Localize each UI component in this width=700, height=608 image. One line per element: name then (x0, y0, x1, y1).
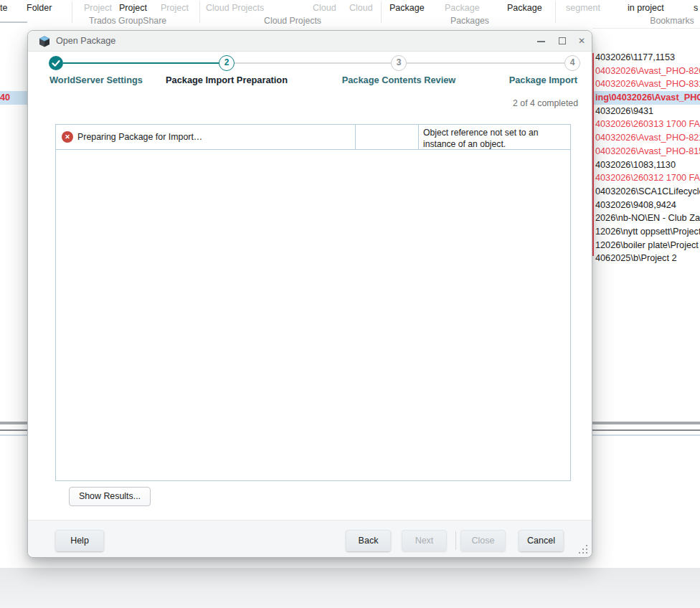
list-item[interactable]: 4062025\b\Project 2 (592, 252, 700, 265)
bottom-panel (0, 568, 700, 608)
ribbon-separator (555, 1, 556, 23)
error-message: Object reference not set to an instance … (423, 127, 568, 150)
step-4-label: Package Import (509, 75, 577, 85)
list-item[interactable]: 4032026\1177,1153 (592, 51, 700, 65)
ribbon-button-project-1: Project (84, 3, 112, 14)
list-item[interactable]: 04032026\Avast_PHO-8155_m (592, 145, 700, 158)
minimize-icon (537, 41, 545, 42)
close-button[interactable]: ✕ (572, 31, 592, 52)
splitter-line[interactable] (0, 422, 27, 424)
ribbon-separator (72, 1, 72, 23)
ribbon-button-create[interactable]: te (0, 3, 7, 14)
check-icon (49, 56, 63, 70)
step-4-marker: 4 (564, 55, 580, 71)
ribbon-group-bookmarks: Bookmarks (650, 16, 694, 26)
close-icon: ✕ (572, 31, 592, 52)
task-row[interactable]: ✕ Preparing Package for Import… Object r… (56, 125, 570, 150)
task-table: ✕ Preparing Package for Import… Object r… (55, 124, 571, 481)
ribbon-button-folder[interactable]: Folder (27, 3, 52, 14)
package-icon (39, 36, 50, 47)
list-item[interactable]: 04032026\SCA1CLifecycleCar (592, 185, 700, 199)
ribbon-button-segment: segment (566, 3, 600, 14)
list-item[interactable]: 2026\nb-NO\EN - Club Zaptec (592, 212, 700, 225)
list-item-selected[interactable]: ing\04032026\Avast_PHO-829 (592, 91, 700, 105)
show-results-button[interactable]: Show Results... (69, 487, 151, 506)
ribbon-button-package-3[interactable]: Package (507, 3, 542, 14)
file-list: 4032026\1177,1153 04032026\Avast_PHO-826… (592, 51, 700, 267)
list-item[interactable]: 4032026\1083,1130 (592, 158, 700, 172)
ribbon-button-project-2[interactable]: Project (119, 3, 147, 14)
step-3-marker: 3 (391, 55, 407, 71)
wizard-track-segment (235, 62, 391, 64)
close-wizard-button: Close (460, 530, 506, 551)
ribbon-group-cloud-projects: Cloud Projects (264, 16, 321, 26)
splitter-line[interactable] (592, 422, 700, 424)
ribbon-button-clipped: s (694, 3, 698, 14)
back-button[interactable]: Back (346, 530, 391, 551)
error-icon: ✕ (62, 131, 73, 143)
button-divider (455, 531, 456, 550)
wizard-track-segment-done (63, 62, 219, 64)
step-1-marker (49, 56, 63, 70)
ribbon-button-cloud-projects: Cloud Projects (206, 3, 264, 14)
selected-row-fragment-left[interactable]: 40 (0, 91, 27, 105)
ribbon-group-trados-groupshare: Trados GroupShare (89, 16, 166, 26)
dialog-titlebar[interactable]: Open Package ✕ (28, 31, 592, 52)
ribbon-separator (199, 1, 200, 23)
wizard-progress-text: 2 of 4 completed (513, 98, 578, 108)
step-2-marker: 2 (219, 55, 235, 71)
cancel-button[interactable]: Cancel (519, 530, 564, 551)
step-3-label: Package Contents Review (342, 75, 456, 85)
column-divider (418, 125, 419, 150)
splitter-line[interactable] (0, 429, 27, 431)
dialog-footer (28, 520, 592, 557)
ribbon-separator (381, 1, 382, 23)
list-item[interactable]: 4032026\9431 (592, 105, 700, 118)
dialog-title: Open Package (56, 31, 115, 52)
next-button: Next (402, 530, 447, 551)
ribbon-group-packages: Packages (450, 16, 489, 26)
list-item[interactable]: 4032026\260312 1700 FAQ_2 (592, 171, 700, 185)
maximize-button[interactable] (552, 31, 572, 52)
open-package-dialog: Open Package ✕ 2 3 4 WorldServer Setting… (27, 30, 592, 558)
ribbon-button-cloud-2: Cloud (349, 3, 373, 14)
ribbon-button-cloud-1: Cloud (313, 3, 336, 14)
list-item[interactable]: 04032026\Avast_PHO-8319_m (592, 77, 700, 91)
column-divider (355, 125, 356, 150)
ribbon-button-in-project[interactable]: in project (628, 3, 664, 14)
help-button[interactable]: Help (55, 530, 104, 551)
panel-edge-line (0, 434, 27, 436)
task-label: Preparing Package for Import… (77, 125, 202, 149)
ribbon-button-package-2: Package (445, 3, 480, 14)
list-item[interactable]: 04032026\Avast_PHO-8211_m (592, 131, 700, 145)
maximize-icon (559, 37, 566, 44)
list-item[interactable]: 4032026\9408,9424 (592, 199, 700, 212)
screen: te Folder Project Project Project Cloud … (0, 0, 700, 608)
list-item[interactable]: 4032026\260313 1700 FAQ_2 (592, 118, 700, 131)
panel-edge-line (592, 434, 700, 436)
splitter-line[interactable] (592, 429, 700, 431)
list-item[interactable]: 12026\boiler plate\Project 3 (592, 239, 700, 252)
ribbon-bottom-edge (592, 28, 700, 29)
ribbon-button-project-3: Project (161, 3, 189, 14)
ribbon-button-package-1[interactable]: Package (389, 3, 425, 14)
clipped-red-text-edge (592, 53, 594, 256)
step-1-label: WorldServer Settings (49, 75, 143, 85)
list-item[interactable]: 12026\nytt oppsett\Project 4 (592, 225, 700, 239)
list-item[interactable]: 04032026\Avast_PHO-8261_m (592, 65, 700, 78)
step-2-label: Package Import Preparation (166, 75, 288, 85)
minimize-button[interactable] (531, 31, 551, 52)
wizard-track-segment (407, 62, 564, 64)
resize-grip[interactable] (578, 544, 588, 554)
left-panel-edge (0, 22, 27, 23)
